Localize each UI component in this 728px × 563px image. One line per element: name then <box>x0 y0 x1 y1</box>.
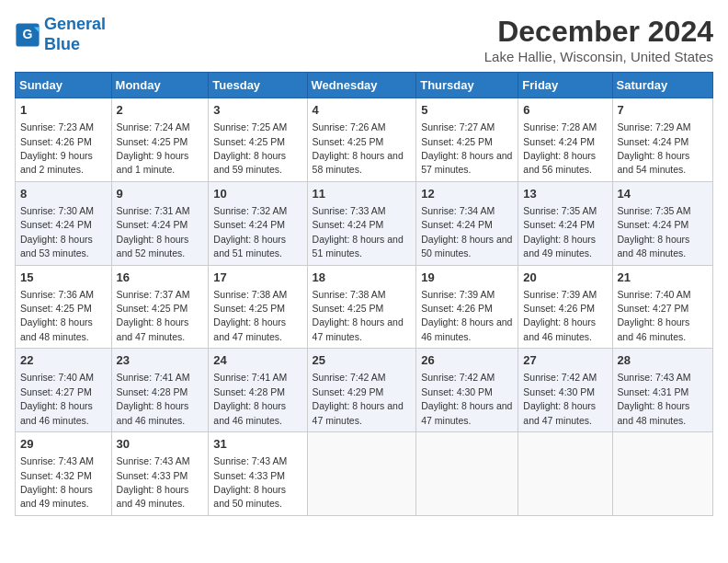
daylight-text: Daylight: 8 hours and 49 minutes. <box>117 484 189 509</box>
daylight-text: Daylight: 8 hours and 57 minutes. <box>421 150 512 175</box>
day-number: 30 <box>117 436 204 453</box>
daylight-text: Daylight: 8 hours and 50 minutes. <box>421 234 512 259</box>
sunset-text: Sunset: 4:24 PM <box>523 219 595 230</box>
day-number: 2 <box>117 102 204 119</box>
sunrise-text: Sunrise: 7:37 AM <box>117 289 190 300</box>
calendar-cell: 2Sunrise: 7:24 AMSunset: 4:25 PMDaylight… <box>111 98 209 182</box>
sunset-text: Sunset: 4:24 PM <box>313 219 384 230</box>
calendar-cell: 1Sunrise: 7:23 AMSunset: 4:26 PMDaylight… <box>16 98 112 182</box>
daylight-text: Daylight: 9 hours and 1 minute. <box>117 150 189 175</box>
column-header-tuesday: Tuesday <box>209 73 307 98</box>
sunrise-text: Sunrise: 7:32 AM <box>213 205 287 216</box>
sunset-text: Sunset: 4:30 PM <box>421 386 493 397</box>
daylight-text: Daylight: 8 hours and 48 minutes. <box>618 234 690 259</box>
sunrise-text: Sunrise: 7:40 AM <box>618 289 691 300</box>
daylight-text: Daylight: 8 hours and 56 minutes. <box>523 150 596 175</box>
column-header-saturday: Saturday <box>612 73 712 98</box>
calendar-cell: 28Sunrise: 7:43 AMSunset: 4:31 PMDayligh… <box>612 349 712 432</box>
sunrise-text: Sunrise: 7:39 AM <box>421 289 495 300</box>
day-number: 15 <box>20 270 107 286</box>
sunrise-text: Sunrise: 7:42 AM <box>313 372 386 383</box>
daylight-text: Daylight: 8 hours and 47 minutes. <box>117 316 189 341</box>
calendar-cell: 8Sunrise: 7:30 AMSunset: 4:24 PMDaylight… <box>16 181 112 265</box>
day-number: 20 <box>523 270 607 286</box>
week-row-5: 29Sunrise: 7:43 AMSunset: 4:32 PMDayligh… <box>16 432 713 516</box>
column-header-monday: Monday <box>111 73 209 98</box>
week-row-3: 15Sunrise: 7:36 AMSunset: 4:25 PMDayligh… <box>16 265 713 349</box>
calendar-cell: 31Sunrise: 7:43 AMSunset: 4:33 PMDayligh… <box>209 432 307 516</box>
main-title: December 2024 <box>484 15 713 49</box>
calendar-cell: 27Sunrise: 7:42 AMSunset: 4:30 PMDayligh… <box>518 349 612 432</box>
sunset-text: Sunset: 4:25 PM <box>313 303 384 314</box>
sunset-text: Sunset: 4:31 PM <box>618 386 689 397</box>
daylight-text: Daylight: 8 hours and 52 minutes. <box>117 234 189 259</box>
column-header-thursday: Thursday <box>416 73 518 98</box>
sunset-text: Sunset: 4:24 PM <box>523 136 595 147</box>
sunrise-text: Sunrise: 7:38 AM <box>313 289 386 300</box>
sunrise-text: Sunrise: 7:39 AM <box>523 289 597 300</box>
sunset-text: Sunset: 4:25 PM <box>421 136 493 147</box>
sunrise-text: Sunrise: 7:41 AM <box>117 372 190 383</box>
day-number: 27 <box>523 352 607 369</box>
calendar-cell: 25Sunrise: 7:42 AMSunset: 4:29 PMDayligh… <box>307 349 416 432</box>
day-number: 29 <box>20 436 107 453</box>
day-number: 26 <box>421 352 513 369</box>
sunset-text: Sunset: 4:24 PM <box>213 219 285 230</box>
logo-icon: G <box>15 22 40 48</box>
day-number: 22 <box>20 352 107 369</box>
sunset-text: Sunset: 4:33 PM <box>117 470 188 481</box>
day-number: 19 <box>421 270 513 286</box>
calendar-cell <box>612 432 712 516</box>
sunrise-text: Sunrise: 7:40 AM <box>20 372 94 383</box>
sunrise-text: Sunrise: 7:43 AM <box>117 455 190 466</box>
sunset-text: Sunset: 4:28 PM <box>117 386 188 397</box>
sunrise-text: Sunrise: 7:24 AM <box>117 121 190 132</box>
calendar-cell: 22Sunrise: 7:40 AMSunset: 4:27 PMDayligh… <box>16 349 112 432</box>
sunrise-text: Sunrise: 7:43 AM <box>213 455 287 466</box>
day-number: 4 <box>313 102 412 119</box>
day-number: 12 <box>421 186 513 202</box>
calendar-table: SundayMondayTuesdayWednesdayThursdayFrid… <box>15 72 713 516</box>
sunrise-text: Sunrise: 7:30 AM <box>20 205 94 216</box>
column-header-sunday: Sunday <box>16 73 112 98</box>
daylight-text: Daylight: 8 hours and 51 minutes. <box>313 234 404 259</box>
day-number: 6 <box>523 102 607 119</box>
daylight-text: Daylight: 8 hours and 46 minutes. <box>421 316 512 341</box>
calendar-cell <box>307 432 416 516</box>
sunset-text: Sunset: 4:30 PM <box>523 386 595 397</box>
day-number: 21 <box>618 270 708 286</box>
daylight-text: Daylight: 8 hours and 48 minutes. <box>618 400 690 425</box>
sunset-text: Sunset: 4:29 PM <box>313 386 384 397</box>
sunset-text: Sunset: 4:26 PM <box>523 303 595 314</box>
sunset-text: Sunset: 4:25 PM <box>213 303 285 314</box>
calendar-cell: 12Sunrise: 7:34 AMSunset: 4:24 PMDayligh… <box>416 181 518 265</box>
sunset-text: Sunset: 4:27 PM <box>20 386 92 397</box>
daylight-text: Daylight: 8 hours and 58 minutes. <box>313 150 404 175</box>
calendar-cell: 4Sunrise: 7:26 AMSunset: 4:25 PMDaylight… <box>307 98 416 182</box>
sunset-text: Sunset: 4:25 PM <box>117 303 188 314</box>
sunset-text: Sunset: 4:32 PM <box>20 470 92 481</box>
day-number: 3 <box>213 102 301 119</box>
day-number: 14 <box>618 186 708 202</box>
calendar-cell: 10Sunrise: 7:32 AMSunset: 4:24 PMDayligh… <box>209 181 307 265</box>
day-number: 13 <box>523 186 607 202</box>
sunrise-text: Sunrise: 7:29 AM <box>618 121 691 132</box>
title-area: December 2024 Lake Hallie, Wisconsin, Un… <box>484 15 713 64</box>
daylight-text: Daylight: 8 hours and 50 minutes. <box>213 484 286 509</box>
day-number: 5 <box>421 102 513 119</box>
calendar-cell: 19Sunrise: 7:39 AMSunset: 4:26 PMDayligh… <box>416 265 518 349</box>
day-number: 24 <box>213 352 301 369</box>
header-row: SundayMondayTuesdayWednesdayThursdayFrid… <box>16 73 713 98</box>
daylight-text: Daylight: 8 hours and 46 minutes. <box>523 316 596 341</box>
calendar-cell: 18Sunrise: 7:38 AMSunset: 4:25 PMDayligh… <box>307 265 416 349</box>
calendar-cell: 16Sunrise: 7:37 AMSunset: 4:25 PMDayligh… <box>111 265 209 349</box>
daylight-text: Daylight: 8 hours and 54 minutes. <box>618 150 690 175</box>
calendar-cell: 17Sunrise: 7:38 AMSunset: 4:25 PMDayligh… <box>209 265 307 349</box>
sunset-text: Sunset: 4:24 PM <box>618 219 689 230</box>
sunset-text: Sunset: 4:25 PM <box>313 136 384 147</box>
calendar-cell: 7Sunrise: 7:29 AMSunset: 4:24 PMDaylight… <box>612 98 712 182</box>
calendar-cell <box>518 432 612 516</box>
sunrise-text: Sunrise: 7:36 AM <box>20 289 94 300</box>
daylight-text: Daylight: 8 hours and 48 minutes. <box>20 316 93 341</box>
calendar-cell <box>416 432 518 516</box>
